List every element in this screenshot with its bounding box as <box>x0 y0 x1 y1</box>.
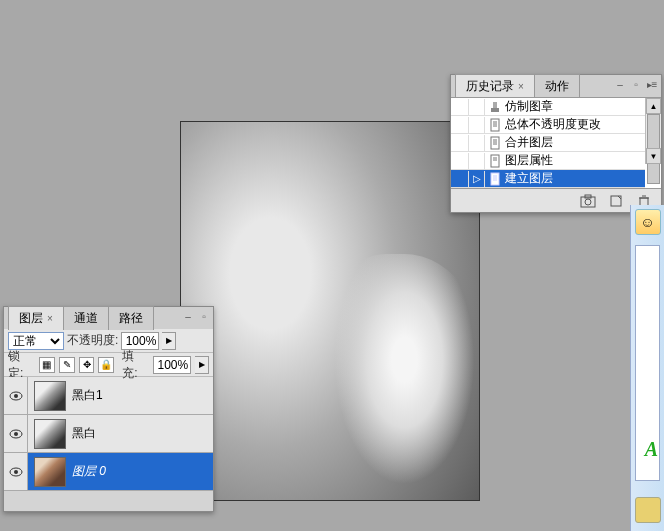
canvas-image <box>181 122 479 500</box>
layers-tabs: 图层× 通道 路径 – ▫ <box>4 307 213 329</box>
opacity-label: 不透明度: <box>67 332 118 349</box>
layer-row[interactable]: 黑白 <box>4 415 213 453</box>
document-icon <box>488 172 502 186</box>
layers-panel: 图层× 通道 路径 – ▫ 正常 不透明度: ▶ 锁定: ▦ ✎ ✥ 🔒 填充:… <box>3 306 214 512</box>
chevron-right-icon[interactable]: ▶ <box>195 356 209 374</box>
marker-icon: ▷ <box>473 173 481 184</box>
lock-row: 锁定: ▦ ✎ ✥ 🔒 填充: ▶ <box>4 353 213 377</box>
lock-move-icon[interactable]: ✥ <box>79 357 95 373</box>
eye-icon <box>9 467 23 477</box>
fill-input[interactable] <box>153 356 191 374</box>
tab-paths[interactable]: 路径 <box>108 306 154 330</box>
history-tabs: 历史记录× 动作 – ▫ ▸≡ <box>451 75 661 97</box>
history-list: 仿制图章 总体不透明度更改 合并图层 图层属性 ▷ 建立图层 ▲ ▼ <box>451 97 661 188</box>
layer-row[interactable]: 图层 0 <box>4 453 213 491</box>
svg-rect-2 <box>491 119 499 131</box>
eye-icon <box>9 391 23 401</box>
eye-icon <box>9 429 23 439</box>
scroll-up-icon[interactable]: ▲ <box>646 98 661 114</box>
history-label: 图层属性 <box>505 152 553 169</box>
layer-row[interactable]: 黑白1 <box>4 377 213 415</box>
svg-rect-0 <box>491 108 499 112</box>
snapshot-icon[interactable] <box>579 192 597 210</box>
history-item[interactable]: ▷ 建立图层 <box>451 170 645 188</box>
history-label: 总体不透明度更改 <box>505 116 601 133</box>
minimize-icon[interactable]: – <box>613 77 627 91</box>
maximize-icon[interactable]: ▫ <box>629 77 643 91</box>
document-icon <box>488 118 502 132</box>
dock-avatar-button[interactable]: ☺ <box>635 209 661 235</box>
layers-options: 正常 不透明度: ▶ <box>4 329 213 353</box>
layer-thumbnail[interactable] <box>34 419 66 449</box>
svg-rect-10 <box>491 155 499 167</box>
minimize-icon[interactable]: – <box>181 309 195 323</box>
maximize-icon[interactable]: ▫ <box>197 309 211 323</box>
svg-rect-6 <box>491 137 499 149</box>
history-label: 仿制图章 <box>505 98 553 115</box>
svg-rect-13 <box>491 173 499 185</box>
tab-history[interactable]: 历史记录× <box>455 74 535 98</box>
layers-list: 黑白1 黑白 图层 0 <box>4 377 213 511</box>
fill-label: 填充: <box>122 348 149 382</box>
history-item[interactable]: 图层属性 <box>451 152 645 170</box>
close-icon[interactable]: × <box>47 313 53 324</box>
dock-emoji-button[interactable] <box>635 497 661 523</box>
scroll-down-icon[interactable]: ▼ <box>646 148 661 164</box>
svg-point-18 <box>585 199 591 205</box>
svg-point-25 <box>14 394 18 398</box>
document-icon <box>488 154 502 168</box>
svg-point-27 <box>14 432 18 436</box>
layers-empty[interactable] <box>4 491 213 511</box>
lock-brush-icon[interactable]: ✎ <box>59 357 75 373</box>
visibility-toggle[interactable] <box>4 377 28 414</box>
canvas[interactable] <box>180 121 480 501</box>
history-label: 建立图层 <box>505 170 553 187</box>
history-item[interactable]: 合并图层 <box>451 134 645 152</box>
history-item[interactable]: 仿制图章 <box>451 98 645 116</box>
dock-a-button[interactable]: A <box>645 438 658 461</box>
tab-channels[interactable]: 通道 <box>63 306 109 330</box>
layer-name: 图层 0 <box>72 463 106 480</box>
stamp-icon <box>488 100 502 114</box>
visibility-toggle[interactable] <box>4 453 28 490</box>
lock-transparent-icon[interactable]: ▦ <box>39 357 55 373</box>
layer-thumbnail[interactable] <box>34 457 66 487</box>
chevron-right-icon[interactable]: ▶ <box>162 332 176 350</box>
lock-all-icon[interactable]: 🔒 <box>98 357 114 373</box>
svg-rect-1 <box>493 102 497 108</box>
scrollbar[interactable]: ▲ ▼ <box>645 98 661 164</box>
visibility-toggle[interactable] <box>4 415 28 452</box>
layer-name: 黑白1 <box>72 387 103 404</box>
history-panel: 历史记录× 动作 – ▫ ▸≡ 仿制图章 总体不透明度更改 合并图层 图层属性 <box>450 74 662 213</box>
history-item[interactable]: 总体不透明度更改 <box>451 116 645 134</box>
right-dock: ☺ A <box>630 205 664 531</box>
new-state-icon[interactable] <box>607 192 625 210</box>
tab-actions[interactable]: 动作 <box>534 74 580 98</box>
tab-layers[interactable]: 图层× <box>8 306 64 330</box>
document-icon <box>488 136 502 150</box>
svg-point-29 <box>14 470 18 474</box>
menu-icon[interactable]: ▸≡ <box>645 77 659 91</box>
layer-name: 黑白 <box>72 425 96 442</box>
close-icon[interactable]: × <box>518 81 524 92</box>
layer-thumbnail[interactable] <box>34 381 66 411</box>
history-label: 合并图层 <box>505 134 553 151</box>
